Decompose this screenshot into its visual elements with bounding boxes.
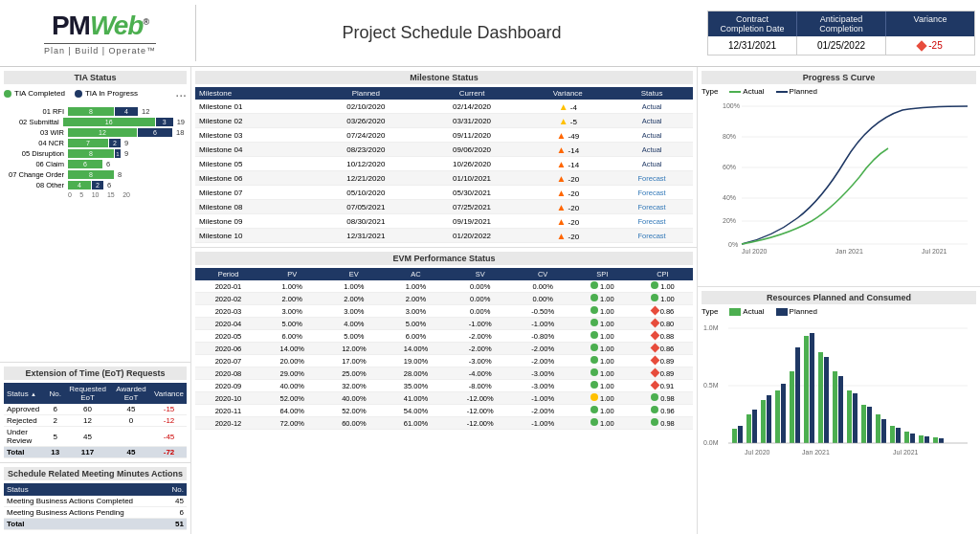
resources-svg: 1.0M 0.5M 0.0M — [702, 319, 972, 477]
x-axis: 05101520 — [6, 191, 130, 198]
evm-row-2020-10: 2020-1052.00%40.00%41.00%-12.00%-1.00% 1… — [195, 392, 693, 405]
svg-rect-27 — [775, 390, 780, 443]
svg-text:Jan 2021: Jan 2021 — [802, 449, 830, 456]
svg-text:Jul 2021: Jul 2021 — [922, 248, 947, 255]
scurve-title: Progress S Curve — [702, 71, 976, 84]
bar-row-wir: 03 WIR 12 6 18 — [6, 128, 185, 137]
milestone-row-02: Milestone 02 03/26/2020 03/31/2020 ▲ -5 … — [195, 114, 693, 128]
milestone-row-06: Milestone 06 12/21/2020 01/10/2021 ▲ -20… — [195, 171, 693, 186]
contract-info: Contract Completion Date Anticipated Com… — [707, 11, 975, 56]
evm-col-ev: EV — [323, 268, 386, 280]
milestone-title: Milestone Status — [195, 71, 693, 84]
logo-area: PMWeb® Plan | Build | Operate™ — [5, 5, 196, 61]
meeting-col-status: Status — [4, 483, 165, 496]
bar-row-other: 08 Other 4 2 6 — [6, 181, 185, 189]
legend-in-progress: TIA In Progress — [75, 89, 138, 98]
svg-rect-34 — [824, 357, 829, 443]
bar-row-claim: 06 Claim 6 6 — [6, 160, 185, 168]
eot-col-no: No. — [46, 383, 63, 404]
actual-bar-icon — [729, 308, 741, 316]
svg-rect-24 — [752, 410, 757, 443]
evm-row-2020-02: 2020-022.00%2.00%2.00%0.00%0.00% 1.00 1.… — [195, 293, 693, 305]
meeting-row-pending: Meeting Business Actions Pending 6 — [4, 507, 187, 519]
scurve-chart: 100% 80% 60% 40% 20% 0% — [702, 99, 976, 261]
scurve-section: Progress S Curve Type Actual Planned — [698, 67, 980, 287]
tia-section: TIA Status TIA Completed TIA In Progress… — [0, 67, 190, 363]
svg-rect-46 — [910, 434, 915, 443]
contract-col2-header: Anticipated Completion — [797, 11, 886, 36]
tia-bar-chart: 01 RFI 8 4 12 02 Submittal 16 3 19 — [4, 105, 187, 200]
evm-header-row: Period PV EV AC SV CV SPI CPI — [195, 268, 693, 280]
milestone-header-row: Milestone Planned Current Variance Statu… — [195, 87, 693, 100]
bar-row-ncr: 04 NCR 7 2 9 — [6, 139, 185, 147]
resources-section: Resources Planned and Consumed Type Actu… — [698, 287, 980, 534]
milestone-col-status: Status — [611, 87, 693, 100]
svg-rect-38 — [853, 393, 858, 443]
evm-col-spi: SPI — [572, 268, 633, 280]
svg-rect-25 — [761, 400, 766, 443]
cpi-indicator — [651, 281, 658, 289]
diamond-icon — [917, 40, 927, 51]
evm-col-ac: AC — [385, 268, 447, 280]
evm-row-2020-01: 2020-011.00%1.00%1.00%0.00%0.00% 1.00 1.… — [195, 280, 693, 293]
svg-text:Jul 2020: Jul 2020 — [745, 449, 770, 456]
eot-section: Extension of Time (EoT) Requests Status … — [0, 363, 190, 463]
evm-row-2020-08: 2020-0829.00%25.00%28.00%-4.00%-3.00% 1.… — [195, 367, 693, 380]
scurve-svg: 100% 80% 60% 40% 20% 0% — [702, 99, 972, 252]
bar-row-change-order: 07 Change Order 8 8 — [6, 170, 185, 179]
resources-legend-planned: Planned — [776, 307, 817, 316]
evm-row-2020-06: 2020-0614.00%12.00%14.00%-2.00%-2.00% 1.… — [195, 343, 693, 355]
title-area: Project Schedule Dashboard — [196, 23, 707, 43]
milestone-row-09: Milestone 09 08/30/2021 09/19/2021 ▲ -20… — [195, 214, 693, 229]
completed-dot — [4, 90, 11, 98]
milestone-row-07: Milestone 07 05/10/2020 05/30/2021 ▲ -20… — [195, 186, 693, 200]
svg-rect-44 — [896, 428, 901, 443]
svg-rect-39 — [861, 405, 866, 443]
left-column: TIA Status TIA Completed TIA In Progress… — [0, 67, 191, 534]
contract-date: 12/31/2021 — [708, 36, 797, 55]
tia-title: TIA Status — [4, 71, 187, 84]
milestone-row-03: Milestone 03 07/24/2020 09/11/2020 ▲ -49… — [195, 128, 693, 143]
eot-total-row: Total 13 117 45 -72 — [4, 447, 187, 458]
eot-col-status: Status ▲ — [4, 383, 46, 404]
milestone-col-planned: Planned — [313, 87, 419, 100]
planned-bar-icon — [776, 308, 788, 316]
svg-text:0.5M: 0.5M — [703, 382, 719, 389]
milestone-row-10: Milestone 10 12/31/2021 01/20/2022 ▲ -20… — [195, 229, 693, 243]
meeting-row-completed: Meeting Business Actions Completed 45 — [4, 496, 187, 507]
contract-col3-header: Variance — [886, 11, 974, 36]
legend-planned: Planned — [776, 87, 817, 96]
svg-rect-40 — [867, 407, 872, 443]
logo-text: PMWeb® — [52, 11, 148, 40]
content-area: TIA Status TIA Completed TIA In Progress… — [0, 67, 980, 534]
svg-rect-37 — [847, 390, 852, 443]
milestone-row-08: Milestone 08 07/05/2021 07/25/2021 ▲ -20… — [195, 200, 693, 214]
evm-col-pv: PV — [261, 268, 323, 280]
evm-col-period: Period — [195, 268, 261, 280]
milestone-section: Milestone Status Milestone Planned Curre… — [191, 67, 697, 248]
header: PMWeb® Plan | Build | Operate™ Project S… — [0, 0, 980, 67]
resources-chart: 1.0M 0.5M 0.0M — [702, 319, 976, 491]
meeting-total-row: Total 51 — [4, 519, 187, 530]
svg-text:20%: 20% — [723, 217, 736, 224]
meeting-title: Schedule Related Meeting Minutes Actions — [4, 467, 187, 480]
resources-legend-actual: Actual — [729, 307, 764, 316]
tia-legend: TIA Completed TIA In Progress — [4, 89, 138, 98]
eot-header-row: Status ▲ No. Requested EoT Awarded EoT V… — [4, 383, 187, 404]
svg-rect-43 — [890, 426, 895, 443]
contract-variance: -25 — [886, 36, 974, 55]
svg-rect-42 — [881, 419, 886, 443]
svg-rect-32 — [810, 333, 814, 443]
evm-table: Period PV EV AC SV CV SPI CPI — [195, 268, 693, 430]
svg-rect-41 — [876, 414, 880, 443]
right-column: Progress S Curve Type Actual Planned — [698, 67, 980, 534]
bar-row-submittal: 02 Submittal 16 3 19 — [6, 118, 185, 126]
scurve-legend: Type Actual Planned — [702, 87, 976, 96]
eot-table: Status ▲ No. Requested EoT Awarded EoT V… — [4, 383, 187, 458]
more-options-icon[interactable]: ··· — [175, 87, 187, 102]
logo: PMWeb® — [52, 11, 148, 41]
meeting-col-no: No. — [165, 483, 187, 496]
svg-rect-26 — [767, 395, 771, 443]
evm-row-2020-03: 2020-033.00%3.00%3.00%0.00%-0.50% 1.00 0… — [195, 305, 693, 318]
eot-row-rejected: Rejected 2 12 0 -12 — [4, 415, 187, 427]
